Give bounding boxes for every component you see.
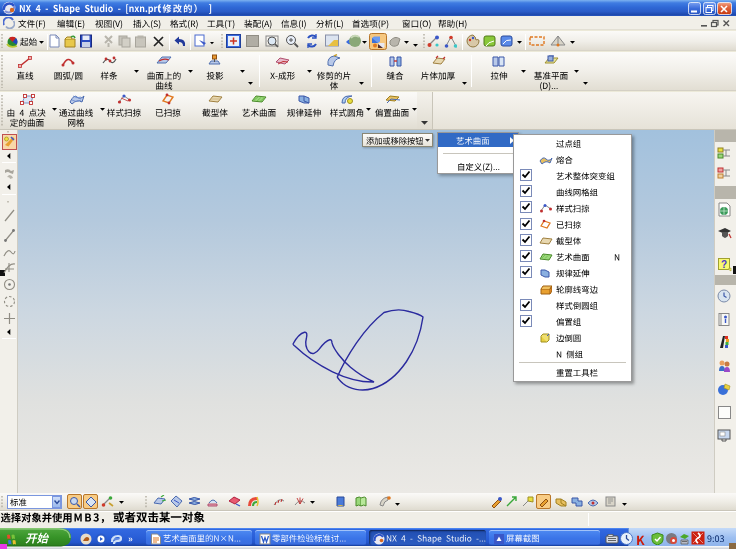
svg-text:?: ? (721, 259, 727, 270)
